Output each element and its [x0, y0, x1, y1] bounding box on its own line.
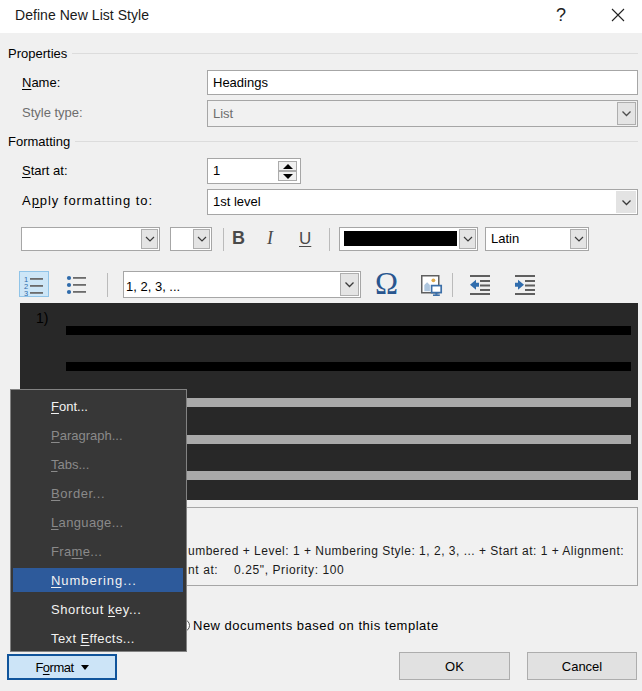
svg-text:3: 3 [24, 289, 28, 297]
